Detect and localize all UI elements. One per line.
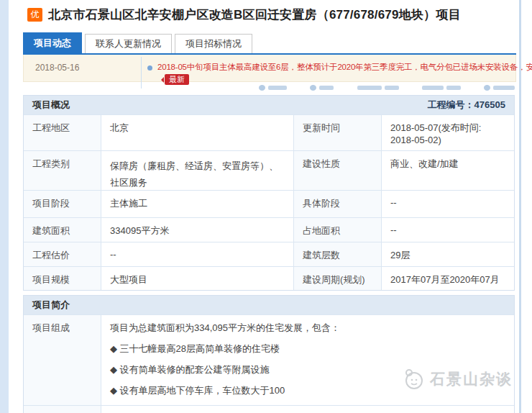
row-value: 大型项目 bbox=[101, 267, 294, 290]
row-label: 项目阶段 bbox=[24, 191, 101, 217]
table-row: 工程地区 北京 更新时间 2018-05-07(发布时间: 2018-05-02… bbox=[24, 114, 514, 150]
address-cell: 北京市石景山区北辛安地区，东至特钢厂区，南至石景山路，西至北辛安路，北至阜石路 … bbox=[101, 406, 515, 413]
row-label: 更新时间 bbox=[294, 115, 382, 150]
row-label: 工程地区 bbox=[24, 115, 101, 150]
row-value: 商业、改建/加建 bbox=[382, 151, 515, 190]
row-value: 2017年07月至2020年07月 bbox=[382, 267, 515, 290]
illegible-link[interactable] bbox=[484, 85, 515, 91]
row-value: 29层 bbox=[382, 242, 515, 266]
row-label: 项目规模 bbox=[24, 267, 101, 290]
table-row: 项目组成 项目为总建筑面积为334,095平方米的住宅发展，包含： ◆ 三十七幢… bbox=[24, 314, 514, 405]
title-row: 优 北京市石景山区北辛安棚户区改造B区回迁安置房（677/678/679地块）项… bbox=[27, 6, 516, 23]
table-row: 项目规模 大型项目 建设周期(规划) 2017年07月至2020年07月 bbox=[24, 266, 514, 290]
row-label: 项目地址 bbox=[24, 406, 101, 413]
row-label: 建设性质 bbox=[294, 151, 382, 190]
row-label: 建筑层数 bbox=[294, 242, 382, 266]
page: 优 北京市石景山区北辛安棚户区改造B区回迁安置房（677/678/679地块）项… bbox=[0, 0, 532, 413]
row-value: 主体施工 bbox=[101, 191, 294, 217]
row-value: 保障房（廉租房、经适房、安置房等）、社区服务 bbox=[101, 151, 294, 190]
clipped-toolbar bbox=[259, 85, 515, 91]
composition-line: ◆ 设有单层高地下停车库，车位数大于100 bbox=[110, 384, 507, 397]
row-value: -- bbox=[101, 242, 294, 266]
timeline-line bbox=[141, 57, 142, 88]
project-code-label: 工程编号： bbox=[428, 99, 474, 110]
row-value: 334095平方米 bbox=[101, 218, 294, 242]
composition-line: ◆ 三十七幢最高28层高简单装修的住宅楼 bbox=[110, 342, 507, 355]
overview-header: 项目概况 工程编号：476505 bbox=[24, 96, 514, 114]
row-label: 占地面积 bbox=[294, 218, 382, 242]
intro-header: 项目简介 bbox=[24, 296, 514, 314]
table-row: 项目地址 北京市石景山区北辛安地区，东至特钢厂区，南至石景山路，西至北辛安路，北… bbox=[24, 405, 514, 413]
row-value: -- bbox=[382, 218, 515, 242]
news-text: 2018-05中旬项目主体最高建设至6层，整体预计于2020年第三季度完工，电气… bbox=[157, 62, 532, 73]
page-left-margin bbox=[0, 0, 9, 413]
latest-badge: 最新 bbox=[165, 74, 189, 85]
page-title: 北京市石景山区北辛安棚户区改造B区回迁安置房（677/678/679地块）项目 bbox=[48, 6, 461, 23]
row-value: 北京 bbox=[101, 115, 294, 150]
illegible-link[interactable] bbox=[259, 85, 287, 91]
row-label: 具体阶段 bbox=[294, 191, 382, 217]
tab-project-updates[interactable]: 项目动态 bbox=[23, 32, 82, 53]
project-overview-section: 项目概况 工程编号：476505 工程地区 北京 更新时间 2018-05-07… bbox=[23, 95, 515, 291]
quality-badge: 优 bbox=[27, 8, 42, 22]
row-value: -- bbox=[382, 191, 515, 217]
tab-contact-updates[interactable]: 联系人更新情况 bbox=[85, 34, 172, 53]
row-label: 工程类别 bbox=[24, 151, 101, 190]
intro-title: 项目简介 bbox=[32, 299, 70, 312]
composition-line: 项目为总建筑面积为334,095平方米的住宅发展，包含： bbox=[110, 322, 507, 335]
table-row: 工程类别 保障房（廉租房、经适房、安置房等）、社区服务 建设性质 商业、改建/加… bbox=[24, 150, 514, 190]
composition-content: 项目为总建筑面积为334,095平方米的住宅发展，包含： ◆ 三十七幢最高28层… bbox=[101, 315, 515, 405]
row-label: 项目组成 bbox=[24, 315, 101, 405]
news-date: 2018-05-16 bbox=[35, 63, 79, 73]
composition-line: ◆ 设有简单装修的配套公建等附属设施 bbox=[110, 363, 507, 376]
table-row: 工程估价 -- 建筑层数 29层 bbox=[24, 242, 514, 266]
table-row: 建筑面积 334095平方米 占地面积 -- bbox=[24, 217, 514, 242]
illegible-link[interactable] bbox=[357, 85, 399, 91]
row-label: 工程估价 bbox=[24, 242, 101, 266]
project-code: 工程编号：476505 bbox=[428, 99, 505, 112]
tab-bar: 项目动态 联系人更新情况 项目招标情况 bbox=[23, 34, 516, 55]
project-code-value: 476505 bbox=[474, 99, 505, 110]
timeline-dot-icon bbox=[147, 65, 152, 71]
row-label: 建筑面积 bbox=[24, 218, 101, 242]
illegible-link[interactable] bbox=[310, 85, 334, 91]
tab-project-bidding[interactable]: 项目招标情况 bbox=[175, 34, 252, 53]
table-row: 项目阶段 主体施工 具体阶段 -- bbox=[24, 190, 514, 217]
project-intro-section: 项目简介 项目组成 项目为总建筑面积为334,095平方米的住宅发展，包含： ◆… bbox=[23, 295, 515, 413]
row-label: 建设周期(规划) bbox=[294, 267, 382, 290]
news-panel: 2018-05-16 2018-05中旬项目主体最高建设至6层，整体预计于202… bbox=[23, 55, 516, 82]
illegible-link[interactable] bbox=[422, 85, 461, 91]
row-value: 2018-05-07(发布时间: 2018-05-02) bbox=[382, 115, 515, 150]
overview-title: 项目概况 bbox=[32, 99, 70, 112]
